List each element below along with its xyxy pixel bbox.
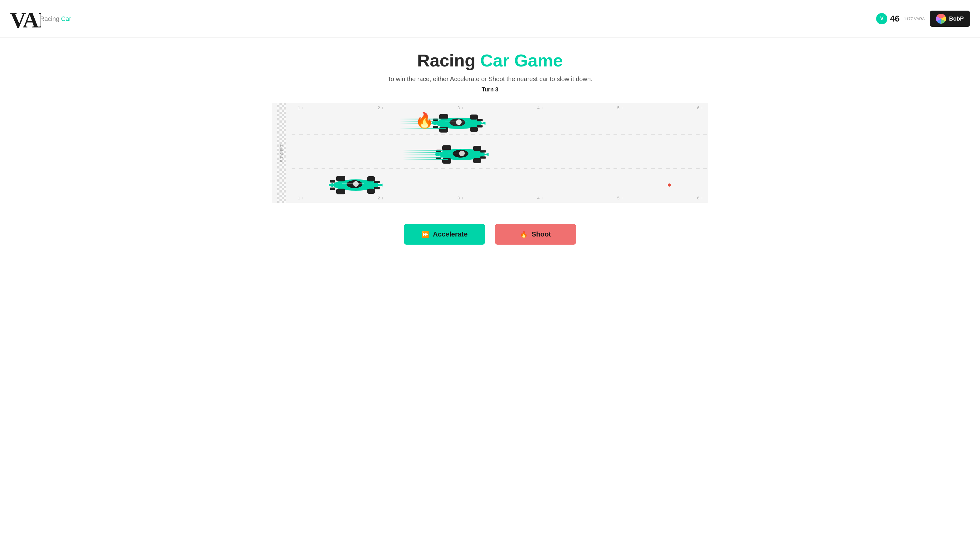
svg-rect-36: [330, 188, 335, 190]
dist-5-bot: 5: [617, 196, 622, 200]
lane-divider-2: [292, 169, 708, 169]
logo-area: VARA Racing Car: [10, 5, 71, 32]
start-label: START: [279, 143, 284, 163]
svg-text:VARA: VARA: [10, 8, 41, 30]
dist-5-top: 5: [617, 105, 622, 110]
red-dot: [668, 183, 671, 186]
vara-balance: V 46 .1177 VARA: [876, 13, 925, 24]
explosion-effect: 🔥: [415, 112, 434, 129]
dist-4-bot: 4: [538, 196, 542, 200]
race-track: START 1 2 3 4 5 6 🔥: [272, 103, 708, 203]
title-prefix: Racing: [417, 51, 480, 70]
main-content: Racing Car Game To win the race, either …: [0, 38, 980, 263]
accelerate-button[interactable]: ⏩ Accelerate: [404, 224, 485, 245]
svg-rect-38: [367, 189, 375, 194]
bottom-distance-markers: 1 2 3 4 5 6: [292, 196, 708, 200]
page-title: Racing Car Game: [417, 50, 563, 70]
svg-rect-20: [480, 156, 486, 158]
shoot-icon: 🔥: [520, 231, 528, 238]
dist-1-bot: 1: [298, 196, 303, 200]
dist-6-top: 6: [697, 105, 702, 110]
user-avatar: [936, 14, 946, 24]
top-distance-markers: 1 2 3 4 5 6: [292, 105, 708, 110]
accelerate-icon: ⏩: [422, 231, 429, 238]
dist-1-top: 1: [298, 105, 303, 110]
svg-point-41: [353, 181, 359, 186]
balance-suffix: .1177 VARA: [903, 16, 925, 21]
svg-rect-5: [477, 119, 483, 121]
app-name: Racing Car: [40, 15, 71, 22]
dist-4-top: 4: [538, 105, 542, 110]
car-3-svg: [328, 171, 384, 199]
svg-rect-9: [470, 115, 478, 120]
dist-6-bot: 6: [697, 196, 702, 200]
speed-line: [402, 159, 448, 160]
car-2-wrapper: [434, 140, 490, 170]
action-buttons: ⏩ Accelerate 🔥 Shoot: [404, 224, 576, 245]
speed-line: [402, 157, 442, 158]
header-right: V 46 .1177 VARA BobP: [876, 11, 970, 27]
svg-point-13: [456, 119, 461, 125]
subtitle: To win the race, either Accelerate or Sh…: [387, 75, 592, 83]
svg-rect-24: [473, 158, 481, 163]
svg-marker-32: [329, 183, 333, 187]
speed-line: [402, 155, 453, 155]
dist-3-bot: 3: [458, 196, 463, 200]
svg-rect-19: [480, 150, 486, 153]
svg-rect-33: [374, 181, 380, 183]
speed-line: [402, 152, 445, 153]
shoot-label: Shoot: [531, 230, 551, 238]
accelerate-label: Accelerate: [433, 230, 468, 238]
logo: VARA: [10, 5, 41, 32]
svg-rect-37: [367, 176, 375, 181]
svg-rect-35: [330, 180, 335, 183]
shoot-button[interactable]: 🔥 Shoot: [495, 224, 576, 245]
svg-rect-39: [336, 176, 345, 181]
user-name: BobP: [949, 16, 964, 22]
user-button[interactable]: BobP: [930, 11, 970, 27]
title-car: Car: [480, 51, 514, 70]
app-header: VARA Racing Car V 46 .1177 VARA BobP: [0, 0, 980, 38]
turn-label: Turn 3: [482, 86, 498, 93]
dist-2-bot: 2: [378, 196, 383, 200]
svg-rect-6: [477, 125, 483, 127]
svg-rect-34: [374, 187, 380, 189]
svg-rect-10: [470, 127, 478, 132]
title-game: Game: [514, 51, 563, 70]
svg-point-27: [459, 150, 465, 156]
svg-rect-23: [473, 146, 481, 151]
vara-icon: V: [876, 13, 888, 24]
dist-2-top: 2: [378, 105, 383, 110]
start-marker: START: [272, 103, 292, 203]
car-1-wrapper: 🔥: [431, 109, 487, 139]
speed-line: [402, 150, 451, 151]
speed-lines-2: [402, 150, 453, 160]
balance-amount: 46: [890, 14, 899, 24]
svg-rect-40: [336, 189, 345, 194]
